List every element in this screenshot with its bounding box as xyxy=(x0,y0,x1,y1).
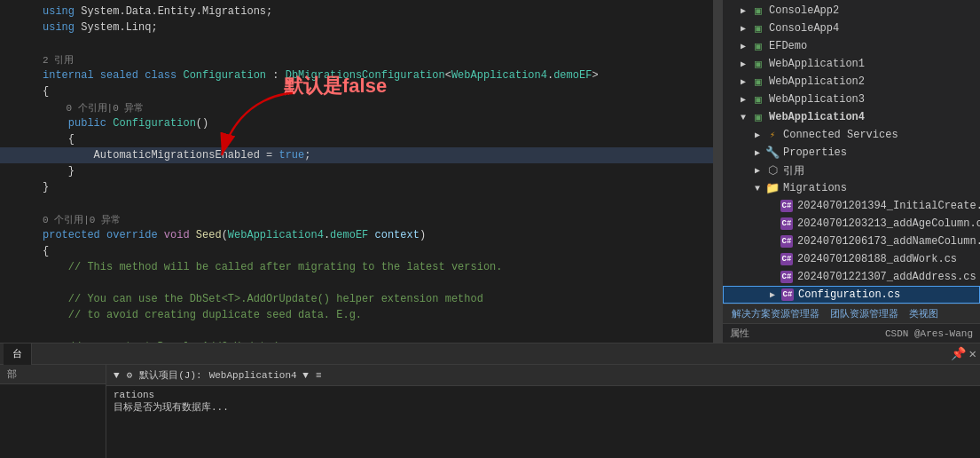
code-scrollbar[interactable] xyxy=(714,0,723,343)
code-line xyxy=(0,195,713,211)
tree-item-consoleapp2[interactable]: ▶ ▣ ConsoleApp2 xyxy=(723,2,980,20)
close-panel-icon[interactable]: ✕ xyxy=(969,346,976,361)
code-line: // context.People.AddOrUpdate( xyxy=(0,339,713,343)
project-icon: ▣ xyxy=(751,39,765,53)
bottom-content: 部 ▼ ⚙ 默认项目(J): WebApplication4 ▼ ≡ ratio… xyxy=(0,365,980,458)
bottom-left-panel: 部 xyxy=(0,365,106,458)
solution-explorer-link[interactable]: 解决方案资源管理器 xyxy=(726,307,825,320)
folder-icon: 🔧 xyxy=(765,146,780,160)
tree-item-webapp4[interactable]: ▼ ▣ WebApplication4 xyxy=(723,108,980,126)
cs-icon: C# xyxy=(780,199,794,213)
project-icon: ▣ xyxy=(751,92,765,107)
project-icon: ▣ xyxy=(751,21,765,36)
code-line: } xyxy=(0,179,713,195)
bottom-tab-console[interactable]: 台 xyxy=(4,344,32,365)
csdn-label: CSDN @Ares-Wang xyxy=(885,328,973,339)
tree-item-migration5[interactable]: C# 20240701221307_addAddress.cs xyxy=(723,268,980,286)
references-icon: ⬡ xyxy=(765,163,780,178)
tree-item-efdemo[interactable]: ▶ ▣ EFDemo xyxy=(723,37,980,55)
bottom-output: rations 目标是否为现有数据库... xyxy=(106,386,980,458)
connected-services-icon: ⚡ xyxy=(765,128,780,142)
cs-icon: C# xyxy=(780,270,794,284)
project-icon: ▣ xyxy=(751,57,765,71)
output-line1: rations xyxy=(114,390,973,400)
main-area: using System.Data.Entity.Migrations; usi… xyxy=(0,0,980,343)
tree-item-configuration[interactable]: ▶ C# Configuration.cs xyxy=(723,286,980,304)
code-line: public Configuration() xyxy=(0,115,713,131)
cs-icon: C# xyxy=(780,288,795,302)
default-project-label: 默认项目(J): xyxy=(139,368,201,382)
bottom-main-panel: ▼ ⚙ 默认项目(J): WebApplication4 ▼ ≡ rations… xyxy=(106,365,980,458)
migrations-label: Migrations xyxy=(783,182,847,194)
code-line: 0 个引用|0 异常 xyxy=(0,211,713,227)
code-line: { xyxy=(0,243,713,259)
project-icon: ▣ xyxy=(751,110,765,124)
code-line: using System.Linq; xyxy=(0,20,713,36)
solution-tree[interactable]: ▶ ▣ ConsoleApp2 ▶ ▣ ConsoleApp4 ▶ ▣ EFDe… xyxy=(723,0,980,304)
pin-icon[interactable]: 📌 xyxy=(951,346,966,361)
bottom-toolbar: ▼ ⚙ 默认项目(J): WebApplication4 ▼ ≡ xyxy=(106,365,980,386)
code-line xyxy=(0,275,713,291)
code-line: // to avoid creating duplicate seed data… xyxy=(0,307,713,323)
tree-item-migrations[interactable]: ▼ 📁 Migrations xyxy=(723,179,980,197)
bottom-left-header: 部 xyxy=(0,365,106,384)
cs-icon: C# xyxy=(780,234,794,249)
code-editor-panel: using System.Data.Entity.Migrations; usi… xyxy=(0,0,714,343)
code-line: // This method will be called after migr… xyxy=(0,259,713,275)
tree-item-connected-services[interactable]: ▶ ⚡ Connected Services xyxy=(723,126,980,144)
code-line xyxy=(0,36,713,51)
tree-item-webapp2[interactable]: ▶ ▣ WebApplication2 xyxy=(723,73,980,91)
code-line: 2 引用 xyxy=(0,51,713,67)
code-line-highlighted: AutomaticMigrationsEnabled = true; xyxy=(0,147,713,163)
list-icon[interactable]: ≡ xyxy=(316,370,322,381)
gear-icon[interactable]: ⚙ xyxy=(127,369,133,381)
project-icon: ▣ xyxy=(751,75,765,89)
code-line: 0 个引用|0 异常 xyxy=(0,99,713,115)
code-line: protected override void Seed(WebApplicat… xyxy=(0,227,713,243)
bottom-tab-controls: 📌 ✕ xyxy=(951,346,976,361)
tree-item-webapp3[interactable]: ▶ ▣ WebApplication3 xyxy=(723,91,980,108)
cs-icon: C# xyxy=(780,217,794,231)
class-view-link[interactable]: 类视图 xyxy=(904,307,944,320)
dropdown-arrow[interactable]: ▼ xyxy=(114,370,120,381)
tree-item-migration4[interactable]: C# 20240701208188_addWork.cs xyxy=(723,250,980,268)
code-line: } xyxy=(0,163,713,179)
code-line xyxy=(0,323,713,339)
project-icon: ▣ xyxy=(751,4,765,18)
code-line: using System.Data.Entity.Migrations; xyxy=(0,4,713,20)
connected-services-label: Connected Services xyxy=(783,129,898,141)
tree-item-webapp1[interactable]: ▶ ▣ WebApplication1 xyxy=(723,55,980,73)
output-line2: 目标是否为现有数据库... xyxy=(114,400,973,414)
code-content[interactable]: using System.Data.Entity.Migrations; usi… xyxy=(0,0,713,343)
solution-explorer-panel: ▶ ▣ ConsoleApp2 ▶ ▣ ConsoleApp4 ▶ ▣ EFDe… xyxy=(723,0,980,343)
tree-item-references[interactable]: ▶ ⬡ 引用 xyxy=(723,162,980,179)
properties-label: 属性 xyxy=(730,327,749,340)
bottom-left-content xyxy=(0,384,106,458)
folder-icon: 📁 xyxy=(765,181,780,195)
tree-item-properties[interactable]: ▶ 🔧 Properties xyxy=(723,144,980,162)
code-line: { xyxy=(0,131,713,147)
solution-explorer-bottom: 解决方案资源管理器 团队资源管理器 类视图 xyxy=(723,304,980,323)
project-selector[interactable]: WebApplication4 ▼ xyxy=(209,370,309,381)
tree-item-migration2[interactable]: C# 20240701203213_addAgeColumn.cs xyxy=(723,215,980,233)
properties-bar: 属性 CSDN @Ares-Wang xyxy=(723,323,980,343)
cs-icon: C# xyxy=(780,252,794,266)
annotation-label: 默认是false xyxy=(284,73,387,99)
tree-item-consoleapp4[interactable]: ▶ ▣ ConsoleApp4 xyxy=(723,20,980,37)
bottom-tabs: 台 📌 ✕ xyxy=(0,344,980,365)
bottom-panel: 台 📌 ✕ 部 ▼ ⚙ 默认项目(J): WebApplication4 ▼ ≡ xyxy=(0,343,980,458)
team-explorer-link[interactable]: 团队资源管理器 xyxy=(825,307,904,320)
code-line: // You can use the DbSet<T>.AddOrUpdate(… xyxy=(0,291,713,307)
tree-item-migration1[interactable]: C# 20240701201394_InitialCreate.cs xyxy=(723,197,980,215)
tree-item-migration3[interactable]: C# 20240701206173_addNameColumn.cs xyxy=(723,233,980,250)
